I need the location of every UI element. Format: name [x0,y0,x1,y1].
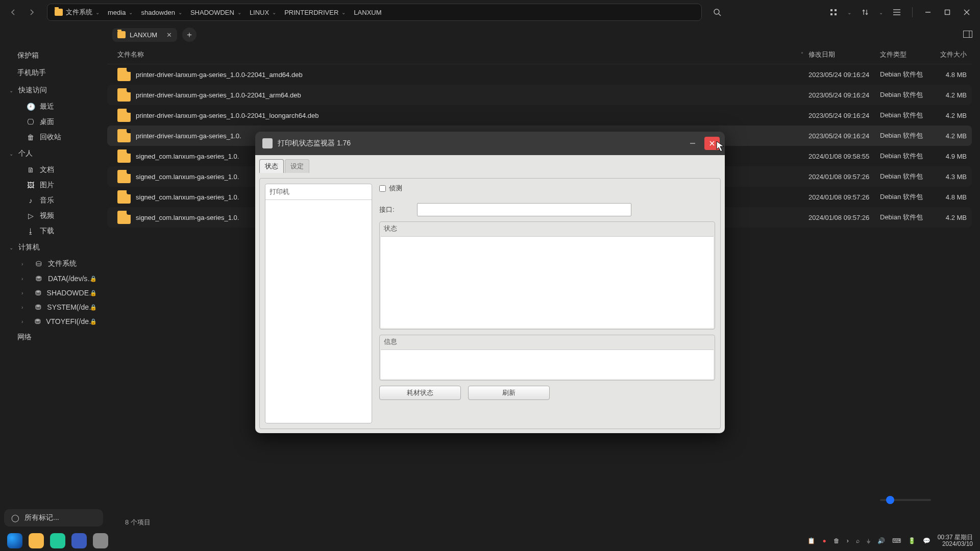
detect-checkbox[interactable]: 侦测 [379,184,402,193]
zoom-slider[interactable] [880,499,931,501]
sidebar-vtoyefi[interactable]: ›⛃VTOYEFI(/de…🔒 [6,314,102,329]
crumb-2[interactable]: shadowden⌄ [138,9,185,16]
taskbar-clock[interactable]: 00:37 星期日 2024/03/10 [938,534,973,547]
taskbar-files[interactable] [29,533,44,548]
side-panel-toggle-icon[interactable] [963,31,972,40]
crumb-3[interactable]: SHADOWDEN⌄ [187,9,244,16]
file-size: 4.3 MB [931,173,972,181]
sidebar-system[interactable]: ›⛃SYSTEM(/de…🔒 [6,300,102,314]
crumb-6[interactable]: LANXUM [351,9,384,16]
package-icon [117,68,131,81]
sidebar-computer[interactable]: ⌄计算机 [3,239,105,256]
tray-clipboard-icon[interactable]: 📋 [807,537,815,544]
file-type: Debian 软件包 [880,90,931,99]
file-date: 2024/01/08 09:57:26 [808,173,880,181]
taskbar-printer-monitor[interactable] [93,533,108,548]
interface-input[interactable] [417,203,631,216]
taskbar-mail[interactable] [50,533,65,548]
crumb-5[interactable]: PRINTERDRIVER⌄ [281,9,349,16]
refresh-button[interactable]: 刷新 [468,386,550,400]
printer-list-label: 打印机 [265,184,372,200]
sidebar-quick[interactable]: ⌄快速访问 [3,82,105,99]
sidebar-documents[interactable]: 🗎文档 [6,162,102,178]
sidebar-pictures[interactable]: 🖼图片 [6,178,102,193]
tray-volume-icon[interactable]: 🔊 [877,537,885,544]
sidebar-desktop[interactable]: 🖵桌面 [6,114,102,130]
tab-close-icon[interactable]: ✕ [166,31,172,39]
taskbar-launcher[interactable] [7,533,22,548]
dialog-tab-settings[interactable]: 设定 [285,159,309,173]
col-date[interactable]: 修改日期 [808,50,880,59]
tray-notify-icon[interactable]: 💬 [923,537,930,544]
file-type: Debian 软件包 [880,192,931,202]
dialog-close[interactable] [704,137,720,150]
tray-trash-icon[interactable]: 🗑 [834,537,840,544]
sort-icon[interactable] [858,5,872,19]
window-close[interactable] [960,5,974,19]
dialog-tab-status[interactable]: 状态 [259,159,284,173]
tray-expand-icon[interactable]: › [847,537,849,544]
sort-chev[interactable]: ⌄ [877,5,885,19]
sort-chevron-icon[interactable]: ˄ [801,52,803,57]
file-name: printer-driver-lanxum-ga-series_1.0.0-22… [136,71,808,79]
hamburger-menu-icon[interactable] [890,5,904,19]
crumb-4[interactable]: LINUX⌄ [247,9,279,16]
consumables-button[interactable]: 耗材状态 [379,386,461,400]
crumb-root[interactable]: 文件系统⌄ [52,8,103,17]
sidebar-trash[interactable]: 🗑回收站 [6,130,102,145]
status-groupbox: 状态 [379,221,715,330]
sidebar-mobile[interactable]: 手机助手 [3,64,105,82]
dialog-minimize[interactable] [685,137,700,150]
package-icon [117,190,131,204]
disk-icon: ⛃ [35,303,42,311]
video-icon: ▷ [27,212,35,220]
sidebar-tags[interactable]: ◯所有标记... [4,509,103,527]
file-name: printer-driver-lanxum-ga-series_1.0.0-22… [136,91,808,99]
col-size[interactable]: 文件大小 [931,50,972,59]
col-name[interactable]: 文件名称˄ [117,50,808,59]
view-mode-icon[interactable] [826,5,841,19]
file-size: 4.8 MB [931,193,972,201]
nav-back[interactable] [6,5,20,19]
statusbar: 8 个项目 [107,514,972,531]
tray-wifi-icon[interactable]: ⏚ [867,537,870,544]
sidebar-shadowden[interactable]: ›⛃SHADOWDE…🔒 [6,286,102,300]
window-minimize[interactable] [921,5,935,19]
interface-label: 接口: [379,205,405,214]
sidebar-personal[interactable]: ⌄个人 [3,145,105,162]
nav-forward[interactable] [24,5,39,19]
sidebar-music[interactable]: ♪音乐 [6,193,102,208]
file-row[interactable]: printer-driver-lanxum-ga-series_1.0.0-22… [107,85,972,105]
col-type[interactable]: 文件类型 [880,50,931,59]
sidebar-downloads[interactable]: ⭳下载 [6,223,102,239]
sidebar-video[interactable]: ▷视频 [6,208,102,223]
printer-listbox[interactable]: 打印机 [265,184,372,423]
file-type: Debian 软件包 [880,111,931,120]
breadcrumb[interactable]: 文件系统⌄ media⌄ shadowden⌄ SHADOWDEN⌄ LINUX… [47,4,702,21]
sidebar-data[interactable]: ›⛃DATA(/dev/s…🔒 [6,271,102,286]
sidebar-filesystem[interactable]: ›⛁文件系统 [6,256,102,271]
file-size: 4.2 MB [931,214,972,221]
sidebar-recent[interactable]: 🕘最近 [6,99,102,114]
tray-keyboard-icon[interactable]: ⌨ [892,537,901,544]
sidebar-network[interactable]: 网络 [3,329,105,346]
tray-record-icon[interactable]: ● [822,537,826,544]
dialog-title: 打印机状态监视器 1.76 [278,139,685,148]
file-row[interactable]: printer-driver-lanxum-ga-series_1.0.0-22… [107,105,972,126]
tray-search-icon[interactable]: ⌕ [856,537,860,544]
sidebar-safebox[interactable]: 保护箱 [3,47,105,64]
file-size: 4.9 MB [931,153,972,160]
tray-battery-icon[interactable]: 🔋 [908,537,916,544]
crumb-1[interactable]: media⌄ [105,9,136,16]
tab-add-button[interactable]: ＋ [182,28,197,42]
view-mode-chev[interactable]: ⌄ [846,5,853,19]
svg-rect-10 [945,10,950,15]
search-icon[interactable] [710,5,724,19]
file-row[interactable]: printer-driver-lanxum-ga-series_1.0.0-22… [107,64,972,85]
taskbar-terminal[interactable] [71,533,87,548]
file-date: 2023/05/24 09:16:24 [808,132,880,140]
package-icon [117,170,131,183]
tab-lanxum[interactable]: LANXUM ✕ [112,28,177,42]
window-maximize[interactable] [940,5,954,19]
tab-title: LANXUM [130,31,157,39]
